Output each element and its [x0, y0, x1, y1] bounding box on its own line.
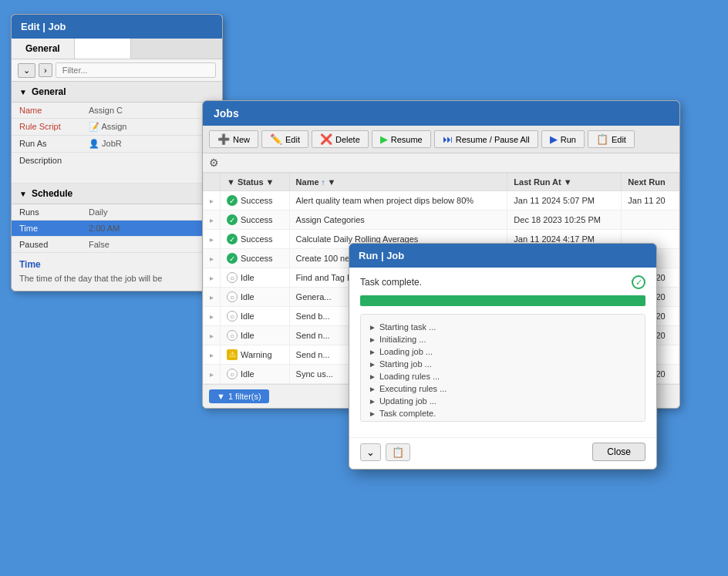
th-next-run[interactable]: Next Run — [622, 173, 679, 191]
prop-rulescript-label: Rule Script — [12, 119, 81, 136]
log-text: Executing rules ... — [379, 384, 447, 393]
general-collapse-arrow: ▼ — [19, 88, 27, 96]
filter-input[interactable] — [56, 62, 216, 78]
log-item: ►Updating job ... — [369, 395, 637, 407]
log-text: Loading job ... — [379, 347, 433, 356]
copy-button[interactable]: 📋 — [386, 443, 410, 461]
status-badge: ⚠ Warning — [227, 349, 272, 360]
log-area[interactable]: ►Starting task ...►Initializing ...►Load… — [360, 314, 645, 422]
log-item: ►Starting task ... — [369, 321, 637, 333]
resume-icon: ▶ — [380, 133, 388, 145]
log-text: Initializing ... — [379, 335, 426, 344]
rulescript-icon: 📝 — [89, 122, 99, 131]
run-button[interactable]: ▶ Run — [541, 130, 585, 148]
log-text: Starting task ... — [379, 322, 436, 332]
footer-left-buttons: ⌄ 📋 — [360, 443, 410, 461]
edit-job-tabs: General — [12, 39, 222, 59]
status-icon: ✓ — [227, 214, 238, 225]
row-status: ✓ Success — [221, 211, 290, 230]
general-section-header[interactable]: ▼ General — [12, 82, 222, 103]
status-icon: ○ — [227, 311, 238, 322]
task-complete-text: Task complete. — [360, 277, 422, 288]
collapse-button[interactable]: ⌄ — [360, 443, 381, 461]
th-status[interactable]: ▼ Status ▼ — [221, 173, 290, 191]
resume-pause-all-button[interactable]: ⏭ Resume / Pause All — [434, 130, 538, 148]
table-row[interactable]: ▸ ✓ Success Assign Categories Dec 18 202… — [204, 211, 679, 230]
run-job-dialog: Run | Job Task complete. ✓ ►Starting tas… — [349, 243, 657, 470]
log-item: ►Initializing ... — [369, 333, 637, 345]
row-arrow: ▸ — [204, 191, 221, 211]
status-icon: ✓ — [227, 195, 238, 206]
task-complete-check: ✓ — [632, 275, 645, 289]
row-last-run: Jan 11 2024 5:07 PM — [507, 191, 622, 211]
log-arrow-icon: ► — [369, 360, 376, 369]
nav-next-button[interactable]: › — [39, 63, 52, 77]
status-badge: ✓ Success — [227, 214, 273, 225]
row-status: ○ Idle — [221, 365, 290, 384]
status-badge: ○ Idle — [227, 369, 254, 379]
prop-paused-value: False — [81, 237, 222, 253]
progress-bar — [360, 295, 645, 306]
th-name[interactable]: Name ↑ ▼ — [289, 173, 507, 191]
new-icon: ➕ — [217, 133, 230, 145]
new-button[interactable]: ➕ New — [209, 130, 258, 148]
status-badge: ✓ Success — [227, 234, 273, 244]
status-badge: ○ Idle — [227, 272, 254, 283]
nav-prev-button[interactable]: ⌄ — [18, 63, 35, 78]
row-arrow: ▸ — [204, 345, 221, 365]
row-status: ✓ Success — [221, 191, 290, 211]
table-row[interactable]: ▸ ✓ Success Alert quality team when proj… — [204, 191, 679, 211]
delete-button[interactable]: ❌ Delete — [312, 130, 369, 148]
log-arrow-icon: ► — [369, 409, 376, 418]
resume-pause-all-icon: ⏭ — [443, 133, 453, 145]
status-badge: ✓ Success — [227, 253, 273, 264]
name-col-filter[interactable]: ▼ — [328, 177, 336, 187]
table-row: Run As 👤 JobR — [12, 136, 222, 153]
edit-button[interactable]: ✏️ Edit — [261, 130, 308, 148]
row-status: ○ Idle — [221, 288, 290, 307]
schedule-properties-table: Runs Daily Time 2:00 AM Paused False — [12, 204, 222, 253]
prop-description-label: Description — [12, 153, 81, 184]
edit-icon: ✏️ — [270, 133, 282, 145]
row-arrow: ▸ — [204, 288, 221, 307]
log-arrow-icon: ► — [369, 385, 376, 393]
resume-button[interactable]: ▶ Resume — [372, 130, 431, 148]
log-text: Loading rules ... — [379, 372, 440, 381]
time-section-label: Time — [19, 259, 214, 270]
prop-name-value: Assign C — [81, 103, 222, 119]
edit-job-title: Edit | Job — [12, 15, 222, 39]
lastrun-col-filter[interactable]: ▼ — [564, 177, 572, 187]
row-name: Assign Categories — [289, 211, 507, 230]
log-item: ►Task complete. — [369, 407, 637, 419]
prop-runs-value: Daily — [81, 204, 222, 221]
row-next-run: Jan 11 20 — [622, 191, 679, 211]
general-properties-table: Name Assign C Rule Script 📝 Assign Run A… — [12, 103, 222, 184]
tab-general[interactable]: General — [12, 39, 75, 59]
edit-job-content: ▼ General Name Assign C Rule Script 📝 As… — [12, 82, 222, 291]
row-status: ○ Idle — [221, 326, 290, 345]
filter-badge[interactable]: ▼ 1 filter(s) — [209, 389, 269, 403]
status-col-filter[interactable]: ▼ — [266, 177, 275, 187]
log-item: ►Loading rules ... — [369, 370, 637, 382]
tab-second[interactable] — [75, 39, 132, 59]
table-row: Rule Script 📝 Assign — [12, 119, 222, 136]
table-row: Description — [12, 153, 222, 184]
jobs-settings-bar: ⚙ — [203, 153, 679, 173]
gear-icon[interactable]: ⚙ — [209, 157, 219, 169]
row-status: ⚠ Warning — [221, 345, 290, 365]
filter-icon: ▼ — [217, 392, 225, 401]
close-button[interactable]: Close — [592, 443, 645, 461]
th-last-run[interactable]: Last Run At ▼ — [507, 173, 622, 191]
status-icon: ○ — [227, 369, 238, 379]
table-row: Runs Daily — [12, 204, 222, 221]
run-job-dialog-title: Run | Job — [349, 244, 656, 268]
table-row[interactable]: Time 2:00 AM — [12, 221, 222, 237]
status-icon: ○ — [227, 272, 238, 283]
row-status: ✓ Success — [221, 249, 290, 268]
status-badge: ○ Idle — [227, 311, 254, 322]
edit-job-panel: Edit | Job General ⌄ › ▼ General Name As… — [11, 14, 223, 291]
table-header-row: ▼ Status ▼ Name ↑ ▼ — [204, 173, 679, 191]
prop-name-label: Name — [12, 103, 81, 119]
edit2-button[interactable]: 📋 Edit — [588, 130, 635, 148]
schedule-section-header[interactable]: ▼ Schedule — [12, 184, 222, 204]
